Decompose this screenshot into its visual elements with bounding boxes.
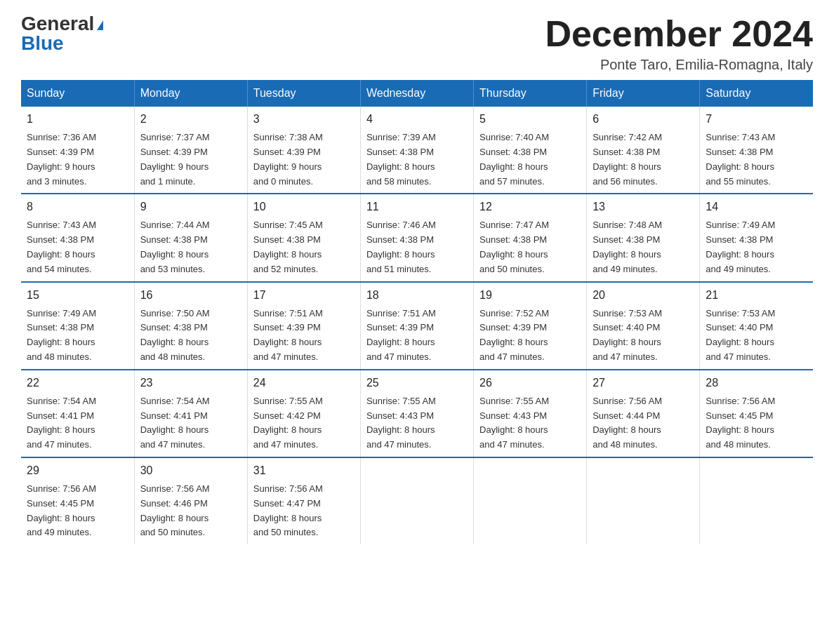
day-number: 3 [253,111,355,128]
calendar-day-cell: 1 Sunrise: 7:36 AMSunset: 4:39 PMDayligh… [21,107,134,194]
day-info: Sunrise: 7:55 AMSunset: 4:42 PMDaylight:… [253,394,355,452]
day-number: 25 [366,375,468,391]
day-number: 16 [140,287,241,304]
logo: General Blue [21,14,103,53]
day-info: Sunrise: 7:36 AMSunset: 4:39 PMDaylight:… [27,130,128,189]
calendar-day-cell: 22 Sunrise: 7:54 AMSunset: 4:41 PMDaylig… [21,370,134,457]
calendar-day-cell: 9 Sunrise: 7:44 AMSunset: 4:38 PMDayligh… [134,194,247,281]
calendar-day-cell: 29 Sunrise: 7:56 AMSunset: 4:45 PMDaylig… [21,457,134,544]
day-number: 5 [479,111,581,128]
day-number: 7 [706,111,807,128]
calendar-day-cell: 13 Sunrise: 7:48 AMSunset: 4:38 PMDaylig… [587,194,700,281]
day-info: Sunrise: 7:48 AMSunset: 4:38 PMDaylight:… [593,218,694,276]
day-number: 10 [253,199,355,215]
calendar-day-cell: 2 Sunrise: 7:37 AMSunset: 4:39 PMDayligh… [134,107,247,194]
calendar-day-cell: 24 Sunrise: 7:55 AMSunset: 4:42 PMDaylig… [247,370,360,457]
day-info: Sunrise: 7:54 AMSunset: 4:41 PMDaylight:… [27,394,128,452]
day-info: Sunrise: 7:38 AMSunset: 4:39 PMDaylight:… [253,130,355,189]
day-number: 21 [706,287,807,304]
calendar-day-cell: 27 Sunrise: 7:56 AMSunset: 4:44 PMDaylig… [587,370,700,457]
day-number: 12 [479,199,581,215]
calendar-week-row: 15 Sunrise: 7:49 AMSunset: 4:38 PMDaylig… [21,282,813,370]
calendar-table: SundayMondayTuesdayWednesdayThursdayFrid… [21,80,813,544]
day-info: Sunrise: 7:55 AMSunset: 4:43 PMDaylight:… [479,394,581,452]
calendar-day-cell: 6 Sunrise: 7:42 AMSunset: 4:38 PMDayligh… [587,107,700,194]
day-of-week-header: Friday [587,80,700,107]
day-number: 4 [366,111,468,128]
day-of-week-header: Saturday [700,80,813,107]
calendar-day-cell: 15 Sunrise: 7:49 AMSunset: 4:38 PMDaylig… [21,282,134,370]
day-number: 2 [140,111,241,128]
day-number: 29 [27,462,128,479]
day-info: Sunrise: 7:44 AMSunset: 4:38 PMDaylight:… [140,218,241,276]
day-info: Sunrise: 7:47 AMSunset: 4:38 PMDaylight:… [479,218,581,276]
calendar-day-cell: 30 Sunrise: 7:56 AMSunset: 4:46 PMDaylig… [134,457,247,544]
day-number: 1 [27,111,128,128]
calendar-day-cell: 20 Sunrise: 7:53 AMSunset: 4:40 PMDaylig… [587,282,700,370]
day-of-week-header: Sunday [21,80,134,107]
day-of-week-header: Tuesday [247,80,360,107]
calendar-day-cell: 12 Sunrise: 7:47 AMSunset: 4:38 PMDaylig… [474,194,587,281]
month-title: December 2024 [545,14,813,54]
calendar-week-row: 29 Sunrise: 7:56 AMSunset: 4:45 PMDaylig… [21,457,813,544]
calendar-day-cell: 17 Sunrise: 7:51 AMSunset: 4:39 PMDaylig… [247,282,360,370]
day-info: Sunrise: 7:45 AMSunset: 4:38 PMDaylight:… [253,218,355,276]
calendar-day-cell: 26 Sunrise: 7:55 AMSunset: 4:43 PMDaylig… [474,370,587,457]
day-number: 20 [593,287,694,304]
calendar-day-cell: 8 Sunrise: 7:43 AMSunset: 4:38 PMDayligh… [21,194,134,281]
calendar-day-cell: 10 Sunrise: 7:45 AMSunset: 4:38 PMDaylig… [247,194,360,281]
calendar-day-cell: 5 Sunrise: 7:40 AMSunset: 4:38 PMDayligh… [474,107,587,194]
calendar-day-cell: 4 Sunrise: 7:39 AMSunset: 4:38 PMDayligh… [360,107,473,194]
calendar-week-row: 1 Sunrise: 7:36 AMSunset: 4:39 PMDayligh… [21,107,813,194]
logo-general-text: General [21,14,94,34]
day-number: 9 [140,199,241,215]
day-number: 8 [27,199,128,215]
day-number: 28 [706,375,807,391]
day-info: Sunrise: 7:53 AMSunset: 4:40 PMDaylight:… [706,307,807,365]
calendar-day-cell: 14 Sunrise: 7:49 AMSunset: 4:38 PMDaylig… [700,194,813,281]
calendar-day-cell: 16 Sunrise: 7:50 AMSunset: 4:38 PMDaylig… [134,282,247,370]
calendar-day-cell [587,457,700,544]
day-number: 30 [140,462,241,479]
calendar-day-cell: 19 Sunrise: 7:52 AMSunset: 4:39 PMDaylig… [474,282,587,370]
day-info: Sunrise: 7:43 AMSunset: 4:38 PMDaylight:… [706,130,807,189]
calendar-day-cell: 23 Sunrise: 7:54 AMSunset: 4:41 PMDaylig… [134,370,247,457]
day-info: Sunrise: 7:43 AMSunset: 4:38 PMDaylight:… [27,218,128,276]
calendar-day-cell: 28 Sunrise: 7:56 AMSunset: 4:45 PMDaylig… [700,370,813,457]
calendar-day-cell: 11 Sunrise: 7:46 AMSunset: 4:38 PMDaylig… [360,194,473,281]
day-number: 23 [140,375,241,391]
day-info: Sunrise: 7:56 AMSunset: 4:44 PMDaylight:… [593,394,694,452]
day-info: Sunrise: 7:49 AMSunset: 4:38 PMDaylight:… [27,307,128,365]
day-number: 22 [27,375,128,391]
day-number: 17 [253,287,355,304]
day-info: Sunrise: 7:56 AMSunset: 4:45 PMDaylight:… [27,482,128,540]
location-subtitle: Ponte Taro, Emilia-Romagna, Italy [545,57,813,73]
calendar-week-row: 8 Sunrise: 7:43 AMSunset: 4:38 PMDayligh… [21,194,813,281]
calendar-day-cell: 21 Sunrise: 7:53 AMSunset: 4:40 PMDaylig… [700,282,813,370]
day-info: Sunrise: 7:39 AMSunset: 4:38 PMDaylight:… [366,130,468,189]
day-info: Sunrise: 7:56 AMSunset: 4:45 PMDaylight:… [706,394,807,452]
day-info: Sunrise: 7:51 AMSunset: 4:39 PMDaylight:… [253,307,355,365]
day-number: 31 [253,462,355,479]
day-info: Sunrise: 7:51 AMSunset: 4:39 PMDaylight:… [366,307,468,365]
day-number: 24 [253,375,355,391]
day-info: Sunrise: 7:56 AMSunset: 4:46 PMDaylight:… [140,482,241,540]
calendar-day-cell [700,457,813,544]
day-number: 27 [593,375,694,391]
day-number: 18 [366,287,468,304]
day-info: Sunrise: 7:50 AMSunset: 4:38 PMDaylight:… [140,307,241,365]
calendar-day-cell [474,457,587,544]
title-block: December 2024 Ponte Taro, Emilia-Romagna… [545,14,813,73]
day-info: Sunrise: 7:49 AMSunset: 4:38 PMDaylight:… [706,218,807,276]
calendar-day-cell: 31 Sunrise: 7:56 AMSunset: 4:47 PMDaylig… [247,457,360,544]
day-info: Sunrise: 7:37 AMSunset: 4:39 PMDaylight:… [140,130,241,189]
day-number: 13 [593,199,694,215]
day-info: Sunrise: 7:53 AMSunset: 4:40 PMDaylight:… [593,307,694,365]
day-number: 6 [593,111,694,128]
day-number: 19 [479,287,581,304]
logo-blue-text: Blue [21,34,64,53]
page-header: General Blue December 2024 Ponte Taro, E… [21,14,813,73]
calendar-day-cell: 25 Sunrise: 7:55 AMSunset: 4:43 PMDaylig… [360,370,473,457]
day-info: Sunrise: 7:52 AMSunset: 4:39 PMDaylight:… [479,307,581,365]
calendar-day-cell: 18 Sunrise: 7:51 AMSunset: 4:39 PMDaylig… [360,282,473,370]
